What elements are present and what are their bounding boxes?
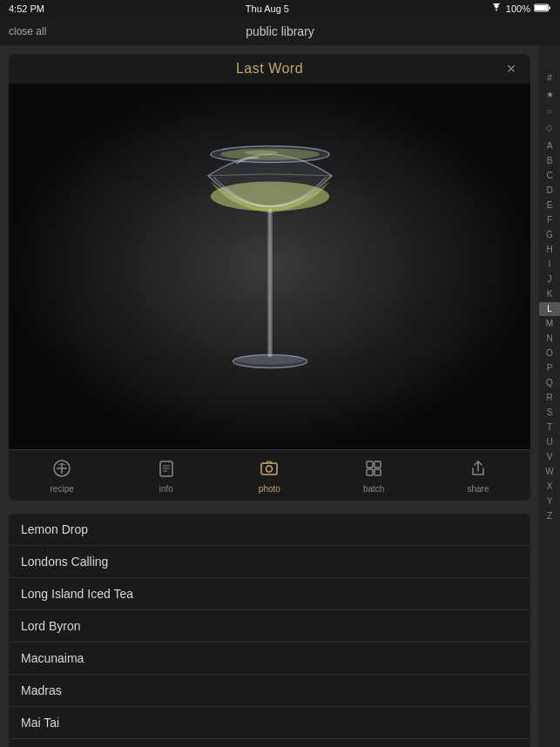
alpha-letter-x[interactable]: X (539, 480, 560, 494)
alpha-letter-w[interactable]: W (539, 465, 560, 479)
batch-icon (364, 459, 383, 482)
svg-rect-6 (268, 209, 271, 358)
alpha-letter-d[interactable]: D (539, 184, 560, 198)
tab-photo[interactable]: photo (248, 455, 291, 497)
tab-info[interactable]: info (146, 455, 186, 497)
list-item[interactable]: Mai Tai (9, 707, 530, 739)
tab-batch[interactable]: batch (353, 455, 395, 497)
alpha-letter-n[interactable]: N (539, 332, 560, 346)
nav-title: public library (246, 24, 314, 38)
alpha-letter-r[interactable]: R (539, 391, 560, 405)
cocktail-card: Last Word × (9, 54, 530, 501)
alpha-letter-u[interactable]: U (539, 435, 560, 449)
tab-recipe-label: recipe (51, 484, 74, 494)
svg-rect-1 (535, 5, 548, 10)
list-scroll-area[interactable]: Lemon DropLondons CallingLong Island Ice… (9, 514, 530, 747)
card-header: Last Word × (9, 54, 530, 84)
svg-point-10 (245, 150, 278, 155)
list-item[interactable]: Long Island Iced Tea (9, 578, 530, 610)
alpha-letter-l[interactable]: L (539, 302, 560, 316)
alpha-letter-g[interactable]: G (539, 228, 560, 242)
alpha-letter-s[interactable]: S (539, 406, 560, 420)
wifi-icon (490, 3, 503, 14)
photo-icon (260, 459, 279, 482)
main-content: Last Word × (0, 45, 560, 747)
alpha-letter-h[interactable]: H (539, 243, 560, 257)
svg-rect-18 (261, 463, 277, 474)
card-title: Last Word (236, 61, 303, 77)
alpha-letter-y[interactable]: Y (539, 495, 560, 508)
close-button[interactable]: × (501, 58, 522, 79)
cocktail-image-area (9, 84, 530, 449)
cocktail-glass-image (192, 110, 348, 423)
list-item[interactable]: Londons Calling (9, 546, 530, 578)
tab-recipe[interactable]: recipe (40, 455, 84, 497)
alpha-letter-q[interactable]: Q (539, 376, 560, 390)
svg-rect-21 (374, 461, 381, 468)
recipe-icon (52, 459, 71, 482)
alpha-letter-j[interactable]: J (539, 273, 560, 286)
alpha-letter-k[interactable]: K (539, 287, 560, 301)
tab-info-label: info (159, 484, 173, 494)
tab-photo-label: photo (259, 484, 280, 494)
alpha-diamond[interactable]: ◇ (546, 121, 554, 135)
alpha-sidebar: # ★ ○ ◇ ABCDEFGHIJKLMNOPQRSTUVWXYZ (539, 45, 560, 747)
svg-rect-2 (549, 7, 550, 10)
cocktail-list: Lemon DropLondons CallingLong Island Ice… (9, 514, 530, 747)
status-bar: 4:52 PM Thu Aug 5 100% (0, 0, 560, 17)
list-item[interactable]: Lemon Drop (9, 514, 530, 546)
alpha-letter-m[interactable]: M (539, 317, 560, 331)
status-time: 4:52 PM (9, 3, 44, 14)
left-content: Last Word × (0, 45, 539, 747)
status-day: Thu Aug 5 (246, 3, 289, 14)
svg-point-8 (234, 354, 305, 364)
card-tabs: recipe info (9, 449, 530, 501)
alpha-letter-v[interactable]: V (539, 450, 560, 464)
alpha-letter-e[interactable]: E (539, 199, 560, 212)
alpha-letter-o[interactable]: O (539, 347, 560, 360)
share-icon (469, 459, 488, 482)
svg-rect-20 (367, 461, 373, 468)
alpha-letter-t[interactable]: T (539, 421, 560, 434)
alpha-letter-c[interactable]: C (539, 169, 560, 183)
alpha-letter-b[interactable]: B (539, 154, 560, 168)
info-icon (157, 459, 176, 482)
list-item[interactable]: Manhattan (9, 739, 530, 747)
tab-share-label: share (467, 484, 489, 494)
close-all-button[interactable]: close all (9, 25, 46, 37)
alpha-letter-a[interactable]: A (539, 139, 560, 153)
list-item[interactable]: Madras (9, 675, 530, 707)
svg-point-19 (267, 466, 273, 472)
alpha-star[interactable]: ★ (546, 88, 554, 102)
alpha-hash[interactable]: # (546, 71, 554, 85)
alpha-special-icons: # ★ ○ ◇ (546, 71, 554, 135)
alpha-letter-f[interactable]: F (539, 213, 560, 227)
svg-rect-23 (374, 469, 381, 475)
nav-bar: close all public library (0, 17, 560, 45)
list-item[interactable]: Lord Byron (9, 610, 530, 643)
alpha-circle[interactable]: ○ (546, 104, 554, 118)
svg-rect-22 (367, 469, 373, 475)
alpha-letter-z[interactable]: Z (539, 509, 560, 523)
alpha-letter-i[interactable]: I (539, 258, 560, 272)
alpha-letter-p[interactable]: P (539, 361, 560, 375)
battery-label: 100% (506, 3, 530, 14)
battery-icon (534, 3, 551, 14)
tab-batch-label: batch (363, 484, 384, 494)
tab-share[interactable]: share (456, 455, 499, 497)
list-item[interactable]: Macunaima (9, 643, 530, 675)
